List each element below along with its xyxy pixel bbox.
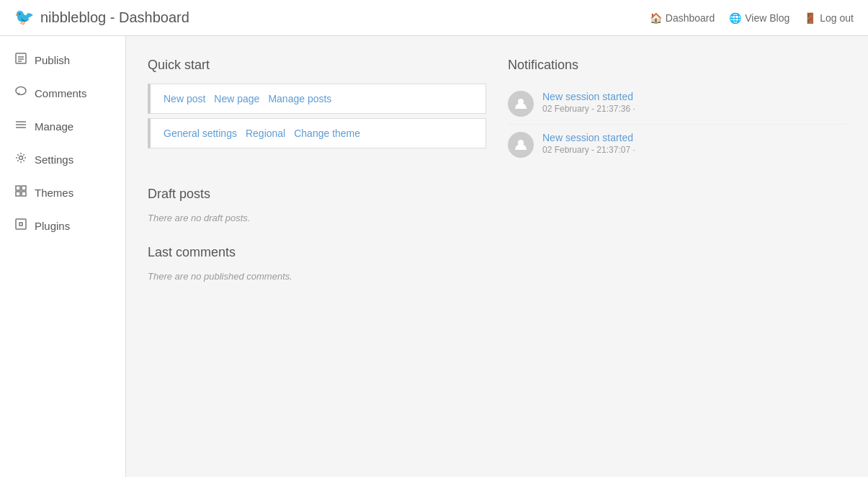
sidebar-item-settings[interactable]: Settings (0, 143, 125, 176)
themes-label: Themes (35, 187, 73, 199)
svg-rect-12 (22, 192, 26, 196)
svg-rect-11 (16, 192, 20, 196)
log-out-icon: 🚪 (804, 12, 816, 24)
themes-icon (14, 184, 27, 200)
quick-start-section: Quick start New post New page Manage pos… (148, 58, 486, 165)
svg-point-4 (16, 87, 26, 95)
view-blog-link[interactable]: 🌐 View Blog (729, 12, 789, 24)
last-comments-section: Last comments There are no published com… (148, 245, 493, 282)
sidebar-item-themes[interactable]: Themes (0, 176, 125, 209)
comments-label: Comments (35, 87, 87, 99)
plugins-label: Plugins (35, 220, 70, 232)
new-page-link[interactable]: New page (214, 93, 259, 104)
main-content: Quick start New post New page Manage pos… (126, 36, 868, 477)
dashboard-link[interactable]: 🏠 Dashboard (650, 12, 715, 24)
svg-rect-9 (16, 186, 20, 190)
top-row: Quick start New post New page Manage pos… (148, 58, 846, 165)
log-out-link[interactable]: 🚪 Log out (804, 12, 854, 24)
dashboard-icon: 🏠 (650, 12, 662, 24)
notifications-title: Notifications (508, 58, 846, 73)
site-title: nibbleblog - Dashboard (40, 9, 189, 26)
general-settings-link[interactable]: General settings (164, 128, 237, 139)
avatar-1 (508, 91, 534, 117)
svg-rect-0 (16, 53, 26, 63)
notification-item-2: New session started 02 February - 21:37:… (508, 125, 846, 165)
draft-posts-title: Draft posts (148, 187, 493, 202)
svg-rect-10 (22, 186, 26, 190)
notification-text-2: New session started 02 February - 21:37:… (542, 132, 635, 155)
manage-icon (14, 118, 27, 134)
avatar-2 (508, 132, 534, 158)
notification-item-1: New session started 02 February - 21:37:… (508, 84, 846, 125)
svg-rect-13 (16, 219, 26, 229)
header-nav: 🏠 Dashboard 🌐 View Blog 🚪 Log out (650, 12, 854, 24)
notif-time-1: 02 February - 21:37:36 · (542, 104, 635, 114)
body-wrap: Publish Comments Manage Settings Themes (0, 36, 868, 477)
logo: 🐦 nibbleblog - Dashboard (14, 8, 189, 28)
sidebar-item-comments[interactable]: Comments (0, 76, 125, 110)
notif-time-2: 02 February - 21:37:07 · (542, 145, 635, 155)
draft-posts-section: Draft posts There are no draft posts. (148, 187, 493, 223)
change-theme-link[interactable]: Change theme (294, 128, 360, 139)
sidebar: Publish Comments Manage Settings Themes (0, 36, 126, 477)
logo-icon: 🐦 (14, 8, 35, 28)
plugins-icon (14, 218, 27, 233)
publish-icon (14, 52, 27, 68)
publish-label: Publish (35, 54, 70, 66)
settings-icon (14, 151, 27, 167)
regional-link[interactable]: Regional (246, 128, 285, 139)
last-comments-empty: There are no published comments. (148, 271, 493, 282)
quick-start-title: Quick start (148, 58, 486, 73)
header: 🐦 nibbleblog - Dashboard 🏠 Dashboard 🌐 V… (0, 0, 868, 36)
quick-start-posts-box: New post New page Manage posts (148, 84, 486, 114)
view-blog-icon: 🌐 (729, 12, 741, 24)
manage-label: Manage (35, 120, 73, 133)
notif-title-1: New session started (542, 91, 635, 102)
notif-title-2: New session started (542, 132, 635, 143)
last-comments-title: Last comments (148, 245, 493, 260)
notifications-section: Notifications New session started 02 Feb… (508, 58, 846, 165)
sidebar-item-publish[interactable]: Publish (0, 43, 125, 76)
manage-posts-link[interactable]: Manage posts (268, 93, 331, 104)
sidebar-item-manage[interactable]: Manage (0, 110, 125, 143)
draft-posts-empty: There are no draft posts. (148, 213, 493, 223)
svg-point-8 (19, 156, 23, 160)
comments-icon (14, 85, 27, 101)
quick-start-settings-box: General settings Regional Change theme (148, 118, 486, 148)
sidebar-item-plugins[interactable]: Plugins (0, 209, 125, 242)
notification-text-1: New session started 02 February - 21:37:… (542, 91, 635, 114)
new-post-link[interactable]: New post (164, 93, 205, 104)
settings-label: Settings (35, 153, 73, 166)
